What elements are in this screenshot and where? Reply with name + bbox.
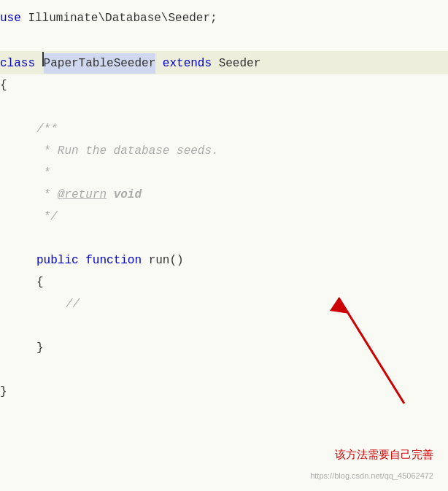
keyword-use: use xyxy=(0,8,28,28)
comment-open: /** xyxy=(36,119,58,139)
code-line-blank4 xyxy=(0,315,448,337)
code-line-blank1 xyxy=(0,29,448,51)
brace-close2: } xyxy=(0,382,7,402)
keyword-function: function xyxy=(85,250,148,271)
keyword-extends: extends xyxy=(155,53,218,74)
comment-close: */ xyxy=(36,206,58,227)
code-editor: use Illuminate\Database\Seeder; class Pa… xyxy=(0,0,448,491)
use-path: Illuminate\Database\Seeder; xyxy=(28,8,217,28)
code-line-comment3: * xyxy=(0,162,448,184)
code-line-open1: { xyxy=(0,74,448,96)
brace-close1: } xyxy=(36,338,44,358)
keyword-class: class xyxy=(0,53,42,74)
comment-void: void xyxy=(114,185,142,205)
code-line-comment1: /** xyxy=(0,118,448,140)
code-line-comment-inline: // xyxy=(0,293,448,315)
comment-return-tag: @return xyxy=(58,185,107,205)
code-line-comment5: */ xyxy=(0,206,448,228)
method-run: run() xyxy=(149,250,184,271)
parent-class: Seeder xyxy=(219,53,261,74)
code-line-use: use Illuminate\Database\Seeder; xyxy=(0,7,448,29)
brace-open1: { xyxy=(0,75,7,96)
code-line-comment4: * @return void xyxy=(0,184,448,206)
keyword-public: public xyxy=(36,250,85,271)
watermark: https://blog.csdn.net/qq_45062472 xyxy=(310,471,433,480)
class-name-text: PaperTableSeeder xyxy=(44,53,156,74)
code-line-blank3 xyxy=(0,228,448,250)
brace-open2: { xyxy=(36,272,44,293)
comment-double-slash: // xyxy=(66,294,80,314)
code-line-blank2 xyxy=(0,96,448,118)
code-line-open2: { xyxy=(0,271,448,293)
comment-star2: * xyxy=(36,185,58,205)
comment-star1: * xyxy=(36,163,50,183)
code-line-blank5 xyxy=(0,359,448,381)
annotation-text: 该方法需要自己完善 xyxy=(335,448,433,462)
comment-run: * Run the database seeds. xyxy=(36,141,219,161)
code-line-public: public function run() xyxy=(0,250,448,271)
comment-space xyxy=(107,185,114,205)
code-line-class: class PaperTableSeeder extends Seeder xyxy=(0,51,448,74)
code-line-close1: } xyxy=(0,337,448,359)
code-line-comment2: * Run the database seeds. xyxy=(0,140,448,162)
code-line-close2: } xyxy=(0,381,448,403)
